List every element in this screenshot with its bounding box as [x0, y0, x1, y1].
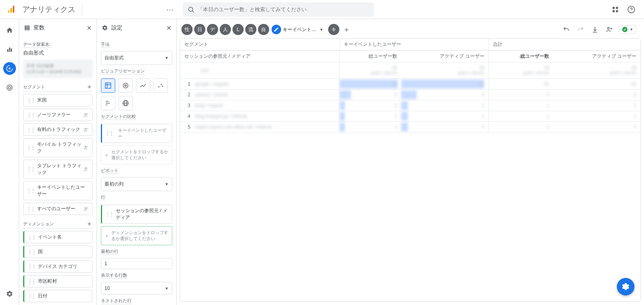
table-row[interactable]: 5 statics.teams.cdn.office.net / referra…: [180, 122, 640, 133]
segments-section-label: セグメント: [23, 84, 45, 90]
tab-mini[interactable]: L: [232, 24, 244, 35]
segment-compare-chip[interactable]: ⋮⋮キーイベントしたユーザー: [101, 124, 172, 143]
search-input[interactable]: [198, 6, 369, 12]
drag-icon: ⋮⋮: [28, 249, 35, 255]
chevron-down-icon: ▼: [165, 182, 169, 186]
svg-rect-7: [612, 10, 614, 12]
svg-rect-12: [9, 48, 10, 52]
tab-mini[interactable]: 性: [181, 24, 193, 35]
tab-mini[interactable]: デ: [207, 24, 218, 35]
segment-chip[interactable]: ⋮⋮ノーリファラー: [23, 109, 93, 121]
insights-fab[interactable]: [617, 278, 634, 295]
nav-explore-icon[interactable]: [3, 62, 16, 75]
svg-point-21: [87, 113, 88, 115]
segment-label: キーイベントしたユーザー: [37, 184, 89, 197]
more-icon[interactable]: ⋯: [165, 5, 175, 14]
help-icon[interactable]: [626, 5, 636, 14]
drag-icon: ⋮⋮: [27, 206, 35, 212]
table-row[interactable]: 1 google / organic51515151: [180, 79, 640, 90]
row-label: (direct) / (none): [195, 92, 228, 98]
svg-point-23: [87, 128, 88, 129]
viz-bar-icon[interactable]: [101, 96, 115, 110]
nav-home-icon[interactable]: [3, 24, 16, 37]
pivot-select[interactable]: 最初の列▼: [101, 177, 172, 191]
tab-dropdown-icon[interactable]: ▼: [318, 27, 325, 32]
share-icon[interactable]: [605, 25, 614, 34]
svg-rect-30: [105, 83, 111, 88]
svg-rect-18: [25, 27, 30, 29]
segment-chip[interactable]: ⋮⋮有料のトラフィック: [23, 123, 93, 136]
viz-geo-icon[interactable]: [118, 96, 133, 110]
col-active-users-1[interactable]: アクティブ ユーザー: [401, 51, 488, 63]
table-row[interactable]: 2 (direct) / (none)3333: [180, 90, 640, 100]
tab-mini[interactable]: 自: [258, 24, 269, 35]
first-row-input[interactable]: 1: [101, 258, 172, 269]
svg-point-28: [85, 207, 87, 209]
date-range-box[interactable]: 共有 日付範囲 11月11日〜2024年12月03日: [23, 60, 93, 78]
segment-chip[interactable]: ⋮⋮キーイベントしたユーザー: [23, 181, 93, 200]
first-row-label: 最初の行: [101, 248, 118, 255]
tab-mini[interactable]: 流: [245, 24, 256, 35]
apps-icon[interactable]: [611, 5, 620, 14]
dimension-chip[interactable]: ⋮⋮イベント名: [23, 231, 93, 243]
row-dimension-chip[interactable]: ⋮⋮セッションの参照元 / メディア: [101, 205, 172, 224]
dimension-chip[interactable]: ⋮⋮日付: [23, 290, 93, 302]
undo-icon[interactable]: [561, 25, 571, 34]
segment-label: ノーリファラー: [37, 111, 71, 118]
add-tab-icon[interactable]: ＋: [341, 24, 352, 35]
tab-mini[interactable]: キ: [328, 24, 339, 35]
svg-rect-1: [10, 8, 12, 13]
nav-reports-icon[interactable]: [3, 43, 16, 56]
svg-point-36: [161, 84, 162, 85]
viz-label: ビジュアリゼーション: [101, 68, 145, 74]
app-title: アナリティクス: [22, 4, 82, 15]
tab-mini[interactable]: 日: [194, 24, 205, 35]
viz-scatter-icon[interactable]: [154, 78, 168, 93]
search-bar[interactable]: [183, 2, 374, 17]
viz-line-icon[interactable]: [136, 78, 150, 93]
segment-chip[interactable]: ⋮⋮タブレット トラフィック: [23, 160, 93, 179]
download-icon[interactable]: [590, 25, 600, 34]
technique-select[interactable]: 自由形式▼: [101, 51, 172, 65]
redo-icon[interactable]: [576, 25, 585, 34]
chevron-down-icon: ▼: [630, 27, 633, 31]
svg-point-3: [189, 7, 193, 12]
svg-rect-8: [616, 10, 618, 12]
segment-chip[interactable]: ⋮⋮モバイル トラフィック: [23, 138, 93, 157]
dimension-drop-zone[interactable]: ＋ディメンションをドロップするか選択してください: [101, 226, 172, 245]
col-active-users-2[interactable]: アクティブ ユーザー: [553, 51, 640, 63]
add-dimension-icon[interactable]: ＋: [86, 220, 93, 228]
segment-label: すべてのユーザー: [37, 205, 75, 212]
row-count-select[interactable]: 10▼: [101, 282, 172, 295]
status-indicator[interactable]: ▼: [619, 25, 636, 34]
dimension-chip[interactable]: ⋮⋮デバイス カテゴリ: [23, 260, 93, 273]
data-table: セグメント キーイベントしたユーザー 合計 セッションの参照元 / メディア 総…: [180, 38, 641, 302]
nav-admin-icon[interactable]: [3, 287, 16, 300]
svg-point-14: [8, 68, 10, 70]
close-settings-icon[interactable]: ✕: [166, 24, 171, 32]
dimension-chip[interactable]: ⋮⋮国: [23, 246, 93, 258]
active-tab[interactable]: キーイベント… ▼: [271, 24, 327, 35]
segment-chip[interactable]: ⋮⋮すべてのユーザー: [23, 203, 93, 215]
dimension-label: 市区町村: [38, 278, 57, 285]
dimension-chip[interactable]: ⋮⋮市区町村: [23, 275, 93, 287]
col-source[interactable]: セッションの参照元 / メディア: [180, 51, 340, 63]
col-segment: セグメント: [180, 39, 340, 51]
svg-rect-2: [13, 6, 14, 13]
close-vars-icon[interactable]: ✕: [87, 24, 92, 32]
segment-drop-zone[interactable]: ＋セグメントをドロップするか選択してください: [101, 145, 172, 164]
col-total-users-1[interactable]: 総ユーザー数: [340, 51, 401, 63]
share-icon: [83, 206, 89, 212]
segment-chip[interactable]: ⋮⋮米国: [23, 94, 93, 106]
active-tab-label: キーイベント…: [283, 26, 316, 33]
table-row[interactable]: 3 bing / organic1111: [180, 100, 640, 111]
exploration-name[interactable]: 自由形式: [23, 49, 93, 57]
col-total-users-2[interactable]: ↓総ユーザー数: [488, 51, 553, 63]
svg-point-15: [7, 85, 12, 90]
viz-donut-icon[interactable]: [118, 78, 133, 93]
add-segment-icon[interactable]: ＋: [86, 83, 93, 91]
nav-advertising-icon[interactable]: [3, 81, 16, 94]
viz-table-icon[interactable]: [101, 78, 115, 93]
tab-mini[interactable]: 人: [220, 24, 231, 35]
table-row[interactable]: 4 blog.hubspot.jp / referral1111: [180, 111, 640, 122]
